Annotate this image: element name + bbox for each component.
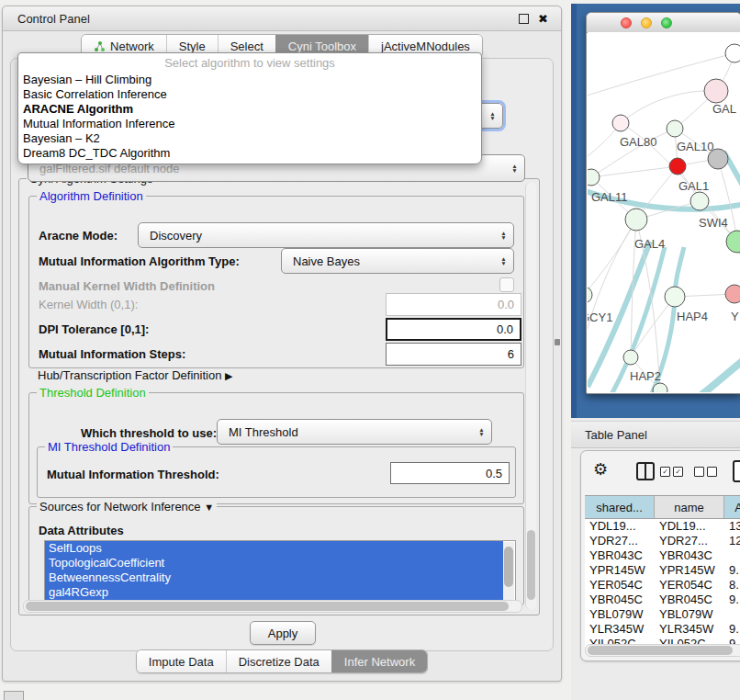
tab-infer-network[interactable]: Infer Network: [331, 650, 427, 672]
table-row[interactable]: YLR345WYLR345W9.: [585, 622, 740, 637]
kernel-width-label: Kernel Width (0,1):: [39, 298, 138, 311]
network-node[interactable]: [588, 287, 592, 303]
table-row[interactable]: YBR045CYBR045C9.: [585, 593, 740, 607]
network-node[interactable]: [725, 285, 740, 303]
network-edge[interactable]: [591, 166, 678, 177]
mi-algorithm-type-combo[interactable]: Naive Bayes ▲▼: [281, 248, 514, 274]
network-canvas[interactable]: GALGAL80GAL10GAL1GAL11SWI4GAL4GCY1HAP4YH…: [588, 32, 740, 392]
settings-vertical-scrollbar[interactable]: [525, 183, 536, 609]
which-threshold-combo[interactable]: MI Threshold ▲▼: [217, 419, 492, 445]
table-cell: YDL19...: [585, 519, 655, 534]
apply-button[interactable]: Apply: [250, 621, 316, 645]
network-node[interactable]: [725, 44, 740, 62]
table-cell: YLR345W: [585, 622, 655, 637]
network-node-label: GAL: [712, 102, 736, 116]
combo-stepper-icon: ▲▼: [497, 231, 510, 241]
table-row[interactable]: YBR043CYBR043C: [585, 548, 740, 563]
select-all-icon[interactable]: ✓✓: [660, 467, 683, 477]
cyni-algorithm-settings-group: Cyni Algorithm Settings Algorithm Defini…: [18, 178, 540, 615]
network-edge[interactable]: [588, 220, 636, 344]
algorithm-option[interactable]: ARACNE Algorithm: [18, 102, 481, 117]
data-attribute-item[interactable]: BetweennessCentrality: [45, 570, 503, 585]
kernel-width-field[interactable]: 0.0: [386, 293, 521, 316]
mi-steps-field[interactable]: 6: [386, 343, 521, 366]
table-row[interactable]: YDL19...YDL19...13: [585, 519, 740, 534]
algorithm-placeholder: Select algorithm to view settings: [18, 53, 481, 73]
collapse-down-icon[interactable]: ▼: [204, 502, 214, 513]
table-cell: 13: [724, 519, 740, 534]
network-window-titlebar[interactable]: [587, 13, 740, 33]
table-header-row[interactable]: shared...nameA: [585, 495, 740, 519]
dpi-tolerance-value: 0.0: [497, 322, 513, 336]
table-row[interactable]: YER054CYER054C8.: [585, 578, 740, 593]
network-node[interactable]: [704, 79, 728, 103]
close-icon[interactable]: ✖: [538, 13, 548, 25]
tab-discretize-data[interactable]: Discretize Data: [226, 650, 331, 672]
manual-kernel-width-checkbox[interactable]: [499, 277, 514, 292]
algorithm-option[interactable]: Bayesian – Hill Climbing: [18, 73, 481, 87]
data-attribute-item[interactable]: SelfLoops: [45, 541, 503, 556]
combo-stepper-icon: ▲▼: [475, 427, 488, 437]
aracne-mode-combo[interactable]: Discovery ▲▼: [138, 222, 514, 248]
table-panel-region: Table Panel ⚙ ✓✓ shared...nameA YDL19...…: [571, 418, 740, 700]
data-attribute-item[interactable]: gal4RGexp: [45, 585, 503, 600]
mi-threshold-field[interactable]: 0.5: [390, 462, 510, 484]
table-cell: YDR27...: [585, 534, 655, 548]
cyni-bottom-tabbar: Impute Data Discretize Data Infer Networ…: [3, 649, 561, 673]
network-node[interactable]: [690, 192, 709, 210]
network-edge-highlighted[interactable]: [698, 356, 740, 392]
column-header[interactable]: name: [655, 496, 724, 518]
network-node[interactable]: [665, 287, 685, 307]
network-node[interactable]: [612, 115, 629, 131]
settings-horizontal-scrollbar[interactable]: [23, 600, 522, 613]
mac-close-icon[interactable]: [621, 17, 632, 28]
network-node[interactable]: [623, 350, 638, 365]
network-node-label: GAL11: [591, 190, 628, 204]
network-desktop: GALGAL80GAL10GAL1GAL11SWI4GAL4GCY1HAP4YH…: [571, 4, 740, 418]
algorithm-option[interactable]: Bayesian – K2: [18, 131, 481, 146]
table-panel-header[interactable]: Table Panel: [571, 421, 740, 448]
network-view-window[interactable]: GALGAL80GAL10GAL1GAL11SWI4GAL4GCY1HAP4YH…: [586, 12, 740, 394]
network-node[interactable]: [726, 231, 740, 253]
column-header[interactable]: shared...: [585, 496, 655, 518]
algorithm-option[interactable]: Mutual Information Inference: [18, 117, 481, 131]
network-node[interactable]: [667, 120, 683, 137]
tab-impute-data[interactable]: Impute Data: [137, 650, 226, 672]
hub-definition-toggle[interactable]: Hub/Transcription Factor Definition ▶: [38, 368, 232, 382]
table-cell: YDR27...: [655, 534, 724, 548]
network-node-label: GAL10: [677, 140, 713, 153]
control-panel-titlebar[interactable]: Control Panel: [3, 6, 561, 31]
list-scrollbar[interactable]: [503, 542, 514, 601]
dpi-tolerance-field[interactable]: 0.0: [386, 318, 521, 341]
gear-icon[interactable]: ⚙: [593, 461, 608, 478]
kernel-width-value: 0.0: [498, 298, 514, 311]
table-horizontal-scrollbar[interactable]: [585, 644, 740, 657]
minimized-panel-button[interactable]: [4, 691, 24, 700]
data-attributes-list[interactable]: SelfLoopsTopologicalCoefficientBetweenne…: [44, 540, 516, 603]
which-threshold-label: Which threshold to use:: [81, 426, 217, 440]
aracne-mode-label: Aracne Mode:: [39, 229, 118, 243]
table-panel-title: Table Panel: [571, 428, 647, 442]
deselect-all-icon[interactable]: [694, 467, 717, 477]
float-window-icon[interactable]: [519, 14, 529, 24]
data-attribute-item[interactable]: TopologicalCoefficient: [45, 556, 503, 570]
network-node[interactable]: [625, 209, 647, 231]
algorithm-option[interactable]: Dream8 DC_TDC Algorithm: [18, 146, 481, 161]
function-builder-icon[interactable]: [733, 460, 740, 482]
network-node[interactable]: [588, 169, 600, 186]
mac-zoom-icon[interactable]: [661, 17, 672, 28]
table-row[interactable]: YPR145WYPR145W9.: [585, 563, 740, 578]
mac-minimize-icon[interactable]: [641, 17, 652, 28]
threshold-definition-group: Threshold Definition Which threshold to …: [28, 392, 524, 504]
column-header[interactable]: A: [724, 496, 740, 518]
network-node-label: HAP2: [630, 369, 661, 383]
table-row[interactable]: YBL079WYBL079W: [585, 607, 740, 622]
panel-splitter-handle[interactable]: [555, 339, 560, 345]
network-edge[interactable]: [621, 91, 716, 123]
network-node[interactable]: [669, 158, 686, 175]
mi-threshold-value: 0.5: [486, 467, 502, 480]
table-row[interactable]: YDR27...YDR27...12: [585, 534, 740, 548]
column-view-icon[interactable]: [636, 462, 655, 480]
algorithm-option[interactable]: Basic Correlation Inference: [18, 87, 481, 102]
table-cell: [724, 548, 740, 563]
